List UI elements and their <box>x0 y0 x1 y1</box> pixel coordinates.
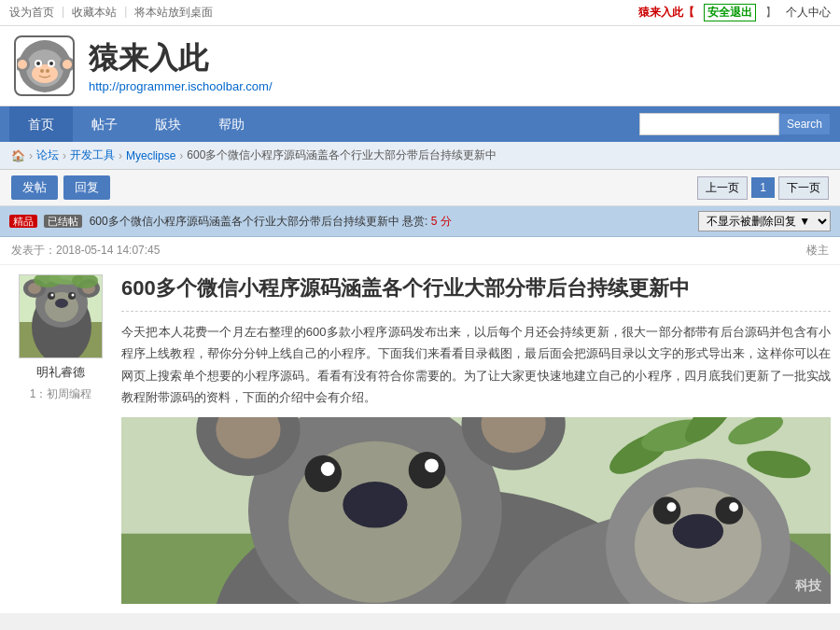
post-title: 600多个微信小程序源码涵盖各个行业大部分带后台持续更新中 <box>121 274 831 312</box>
svg-point-53 <box>653 497 681 525</box>
author-name: 明礼睿德 <box>36 364 85 381</box>
post-content-area: 600多个微信小程序源码涵盖各个行业大部分带后台持续更新中 今天把本人花费一个月… <box>121 274 831 604</box>
current-page: 1 <box>751 177 775 198</box>
post-button[interactable]: 发帖 <box>11 175 58 200</box>
sep1: | <box>62 5 64 21</box>
svg-point-52 <box>673 514 723 549</box>
home-icon[interactable]: 🏠 <box>11 149 25 162</box>
svg-point-44 <box>425 459 439 473</box>
breadcrumb-myeclipse[interactable]: Myeclipse <box>126 149 175 162</box>
svg-point-9 <box>36 62 40 65</box>
top-bar-right: 猿来入此【安全退出】 个人中心 <box>638 4 831 21</box>
post-role: 楼主 <box>806 243 829 259</box>
post-body: 明礼睿德 1：初周编程 600多个微信小程序源码涵盖各个行业大部分带后台持续更新… <box>0 265 840 613</box>
svg-point-26 <box>72 294 75 297</box>
svg-point-5 <box>63 60 72 69</box>
post-image-svg <box>121 417 831 604</box>
reply-button[interactable]: 回复 <box>63 175 110 200</box>
login-suffix: 】 <box>765 5 777 21</box>
post-strip-title: 600多个微信小程序源码涵盖各个行业大部分带后台持续更新中 <box>90 215 399 228</box>
svg-point-40 <box>343 482 407 527</box>
main-content: 发表于：2018-05-14 14:07:45 楼主 <box>0 237 840 613</box>
pagination: 上一页 1 下一页 <box>697 176 829 200</box>
avatar-svg <box>20 275 103 358</box>
svg-point-4 <box>18 60 27 69</box>
logo-image <box>14 35 75 96</box>
logo-text-area: 猿来入此 http://programmer.ischoolbar.com/ <box>89 38 273 93</box>
post-text: 今天把本人花费一个月左右整理的600多款小程序源码发布出来，以后每个月还会持续更… <box>121 321 831 409</box>
breadcrumb-forum[interactable]: 论坛 <box>36 147 59 163</box>
nav-bar: 首页 帖子 版块 帮助 Search <box>0 106 840 142</box>
author-avatar <box>19 274 103 358</box>
nav-item-posts[interactable]: 帖子 <box>73 106 136 142</box>
logo-svg <box>17 38 73 94</box>
safe-exit-link[interactable]: 安全退出 <box>704 4 756 21</box>
author-sidebar: 明礼睿德 1：初周编程 <box>9 274 112 604</box>
svg-point-43 <box>321 462 335 476</box>
watermark: 科技 <box>795 578 821 595</box>
svg-point-54 <box>715 497 743 525</box>
deleted-replies-dropdown[interactable]: 不显示被删除回复 ▼ <box>698 211 831 231</box>
nav-item-help[interactable]: 帮助 <box>200 106 263 142</box>
svg-point-22 <box>55 299 68 308</box>
nav-item-sections[interactable]: 版块 <box>136 106 200 142</box>
set-home-link[interactable]: 设为首页 <box>9 5 54 21</box>
svg-point-11 <box>40 69 44 73</box>
action-bar: 发帖 回复 上一页 1 下一页 <box>0 170 840 206</box>
post-strip-left: 精品 已结帖 600多个微信小程序源码涵盖各个行业大部分带后台持续更新中 悬赏:… <box>9 214 452 230</box>
svg-point-12 <box>46 69 49 73</box>
search-input[interactable] <box>639 113 779 135</box>
author-rank: 1：初周编程 <box>30 386 92 402</box>
header: 猿来入此 http://programmer.ischoolbar.com/ <box>0 26 840 106</box>
user-center-link[interactable]: 个人中心 <box>786 5 831 21</box>
login-link[interactable]: 猿来入此【 <box>638 5 694 21</box>
post-score-label: 悬赏: <box>402 215 427 228</box>
search-button[interactable]: Search <box>779 113 831 135</box>
svg-point-55 <box>667 503 677 512</box>
action-left: 发帖 回复 <box>11 175 110 200</box>
svg-point-25 <box>51 294 54 297</box>
post-image-container: 科技 <box>121 417 831 604</box>
post-date: 发表于：2018-05-14 14:07:45 <box>11 243 160 259</box>
breadcrumb-dev-tools[interactable]: 开发工具 <box>70 147 115 163</box>
post-strip-right: 不显示被删除回复 ▼ <box>698 211 831 231</box>
site-url: http://programmer.ischoolbar.com/ <box>89 79 273 93</box>
site-title: 猿来入此 <box>89 38 273 79</box>
collect-link[interactable]: 收藏本站 <box>72 5 117 21</box>
nav-search-area: Search <box>639 113 831 135</box>
sep2: | <box>124 5 127 21</box>
top-bar-left: 设为首页 | 收藏本站 | 将本站放到桌面 <box>9 5 213 21</box>
nav-item-home[interactable]: 首页 <box>9 106 73 142</box>
desktop-link[interactable]: 将本站放到桌面 <box>134 5 213 21</box>
breadcrumb-current: 600多个微信小程序源码涵盖各个行业大部分带后台持续更新中 <box>187 147 497 163</box>
svg-point-6 <box>32 64 58 83</box>
svg-point-10 <box>49 62 53 65</box>
post-header-strip: 精品 已结帖 600多个微信小程序源码涵盖各个行业大部分带后台持续更新中 悬赏:… <box>0 206 840 237</box>
top-bar: 设为首页 | 收藏本站 | 将本站放到桌面 猿来入此【安全退出】 个人中心 <box>0 0 840 26</box>
next-page-button[interactable]: 下一页 <box>778 176 829 200</box>
post-score-value: 5 分 <box>431 215 452 228</box>
tag-jiejie: 已结帖 <box>44 215 82 228</box>
prev-page-button[interactable]: 上一页 <box>697 176 748 200</box>
post-meta: 发表于：2018-05-14 14:07:45 楼主 <box>0 237 840 265</box>
breadcrumb: 🏠 › 论坛 › 开发工具 › Myeclipse › 600多个微信小程序源码… <box>0 142 840 170</box>
tag-jinghua: 精品 <box>9 215 37 228</box>
svg-point-56 <box>729 503 738 512</box>
